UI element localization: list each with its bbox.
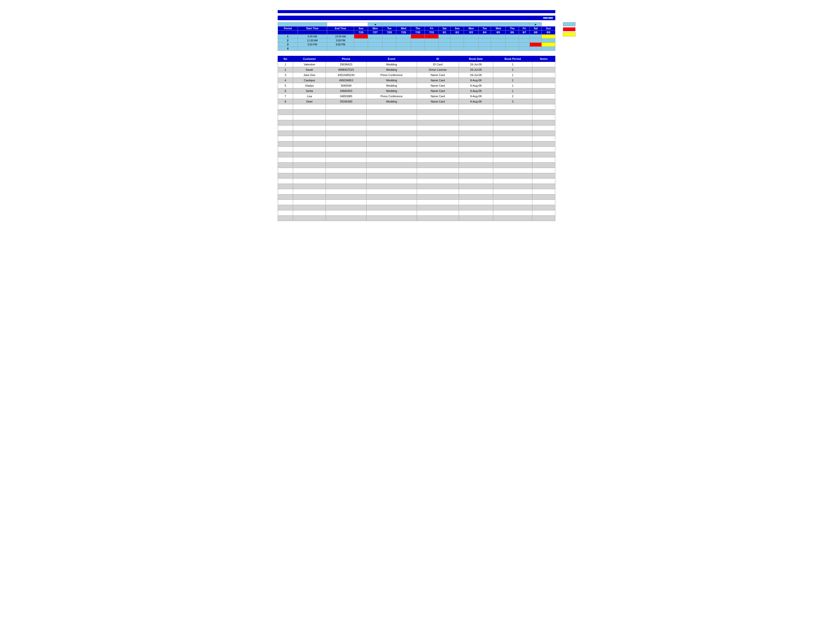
p4-d10 — [478, 47, 491, 51]
empty-cell — [459, 195, 493, 200]
empty-cell — [417, 157, 459, 163]
p2-d14 — [530, 39, 542, 43]
date-range-end — [548, 17, 553, 19]
col-notes: Notes — [532, 56, 555, 62]
empty-cell — [278, 205, 293, 210]
empty-cell — [278, 147, 293, 152]
empty-cell — [459, 115, 493, 120]
date-range-start — [543, 17, 548, 19]
booking-cell: Sarah — [293, 67, 326, 72]
p2-d2 — [368, 39, 383, 43]
date-range — [543, 17, 553, 19]
booking-cell: 8-Aug-09 — [459, 99, 493, 104]
empty-cell — [293, 147, 326, 152]
empty-cell — [326, 115, 366, 120]
left-arrow[interactable]: ◄ — [368, 23, 383, 27]
p3-d6 — [425, 43, 439, 47]
empty-cell — [293, 109, 326, 115]
empty-cell — [493, 189, 532, 195]
date-728: 7/28 — [383, 31, 396, 35]
p3-d12 — [506, 43, 519, 47]
empty-cell — [326, 120, 366, 126]
ref-label — [278, 23, 327, 27]
booking-cell — [532, 99, 555, 104]
day-sun3: Sun — [542, 27, 555, 31]
empty-cell — [459, 126, 493, 131]
empty-cell — [278, 210, 293, 216]
empty-cell — [326, 173, 366, 179]
period-2-row: 2 11:00 AM 3:00 PM — [278, 39, 555, 43]
empty-cell — [366, 200, 417, 205]
empty-cell — [459, 142, 493, 147]
p3-d1 — [354, 43, 368, 47]
empty-cell — [326, 126, 366, 131]
day-wed1: Wed — [396, 27, 411, 31]
p1-d13 — [519, 35, 529, 39]
empty-row — [278, 173, 555, 179]
empty-cell — [293, 173, 326, 179]
empty-cell — [493, 163, 532, 168]
empty-row — [278, 126, 555, 131]
empty-cell — [459, 163, 493, 168]
empty-cell — [532, 200, 555, 205]
top-banner — [278, 10, 555, 13]
empty-cell — [459, 216, 493, 221]
empty-cell — [493, 120, 532, 126]
right-arrow[interactable]: ► — [530, 23, 542, 27]
booking-cell: 34853085 — [326, 94, 366, 99]
p2-d10 — [478, 39, 491, 43]
empty-cell — [417, 205, 459, 210]
booking-cell: 29-Jul-09 — [459, 72, 493, 78]
empty-row — [278, 205, 555, 210]
empty-cell — [278, 173, 293, 179]
empty-cell — [293, 195, 326, 200]
booking-cell: Valentine — [293, 62, 326, 67]
p4-d6 — [425, 47, 439, 51]
p1-d6 — [425, 35, 439, 39]
day-wed2: Wed — [491, 27, 506, 31]
booking-cell: 5 — [278, 83, 293, 89]
booking-cell: Lisa — [293, 94, 326, 99]
empty-cell — [493, 104, 532, 109]
day-thu2: Thu — [506, 27, 519, 31]
period-1-end: 10:00 AM — [327, 35, 354, 39]
empty-cell — [417, 104, 459, 109]
p3-d9 — [464, 43, 478, 47]
empty-row — [278, 104, 555, 109]
empty-cell — [293, 163, 326, 168]
empty-cell — [278, 152, 293, 157]
empty-cell — [532, 142, 555, 147]
period-4-start — [298, 47, 327, 51]
empty-cell — [278, 126, 293, 131]
p3-d5 — [411, 43, 425, 47]
date-726: 7/26 — [354, 31, 368, 35]
date-727: 7/27 — [368, 31, 383, 35]
p2-d13 — [519, 39, 529, 43]
empty-cell — [293, 200, 326, 205]
empty-cell — [278, 168, 293, 173]
empty-cell — [417, 152, 459, 157]
date-87: 8/7 — [519, 31, 529, 35]
empty-cell — [326, 179, 366, 184]
booking-cell: 1 — [278, 62, 293, 67]
empty-cell — [493, 142, 532, 147]
booking-cell: 9-Aug-09 — [459, 94, 493, 99]
booking-cell: Cantique — [293, 78, 326, 83]
booking-cell: 3 — [278, 72, 293, 78]
legend — [563, 22, 576, 36]
empty-cell — [326, 109, 366, 115]
empty-row — [278, 163, 555, 168]
empty-cell — [278, 136, 293, 142]
empty-cell — [417, 184, 459, 189]
empty-cell — [326, 195, 366, 200]
booking-cell: 26-Jul-09 — [459, 67, 493, 72]
empty-cell — [417, 109, 459, 115]
empty-cell — [532, 173, 555, 179]
end-time-header: End Time — [327, 27, 354, 31]
booking-cell — [532, 94, 555, 99]
p4-d14 — [530, 47, 542, 51]
empty-cell — [493, 216, 532, 221]
empty-cell — [293, 210, 326, 216]
empty-cell — [417, 120, 459, 126]
empty-cell — [417, 163, 459, 168]
